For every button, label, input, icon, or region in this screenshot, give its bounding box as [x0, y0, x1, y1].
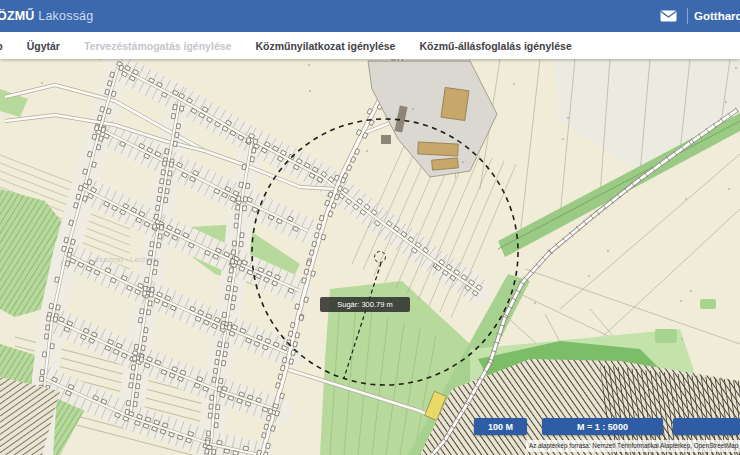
app-logo: ÖZMŰ Lakosság: [0, 9, 93, 23]
nav-item-kozmu-allasfoglalas[interactable]: Közmű-állásfoglalás igénylése: [419, 40, 571, 52]
nav-item-tervezestamogatas[interactable]: Tervezéstámogatás igénylése: [84, 40, 231, 52]
user-menu[interactable]: Gotthard: [694, 10, 740, 22]
top-bar: ÖZMŰ Lakosság Gotthard: [0, 0, 740, 32]
map-watermark: ekozmu - Lechner: [95, 255, 159, 264]
map-canvas[interactable]: ekozmu - Lechner: [0, 59, 740, 455]
scale-ratio-button[interactable]: M = 1 : 5000: [542, 418, 663, 435]
main-nav: Kezdőlap Ügytár Tervezéstámogatás igényl…: [0, 32, 740, 59]
app-window: ÖZMŰ Lakosság Gotthard Kezdőlap Ügytár T…: [0, 0, 740, 455]
logo-bold-text: ÖZMŰ: [0, 9, 35, 23]
radius-tooltip: Sugár: 300.79 m: [320, 297, 410, 312]
map-attribution: Az alaptérkép forrása: Nemzeti Térinform…: [526, 440, 740, 452]
nav-item-kozmunyilatkozat[interactable]: Közműnyilatkozat igénylése: [255, 40, 395, 52]
envelope-icon: [660, 10, 677, 22]
scale-extra-button[interactable]: [673, 418, 740, 435]
logo-light-text: Lakosság: [38, 9, 93, 23]
nav-item-kezdolap[interactable]: Kezdőlap: [0, 40, 3, 52]
scale-bar-button[interactable]: 100 M: [474, 418, 527, 435]
nav-item-ugytar[interactable]: Ügytár: [27, 40, 60, 52]
topbar-divider: [687, 8, 688, 24]
mail-button[interactable]: [655, 0, 681, 32]
